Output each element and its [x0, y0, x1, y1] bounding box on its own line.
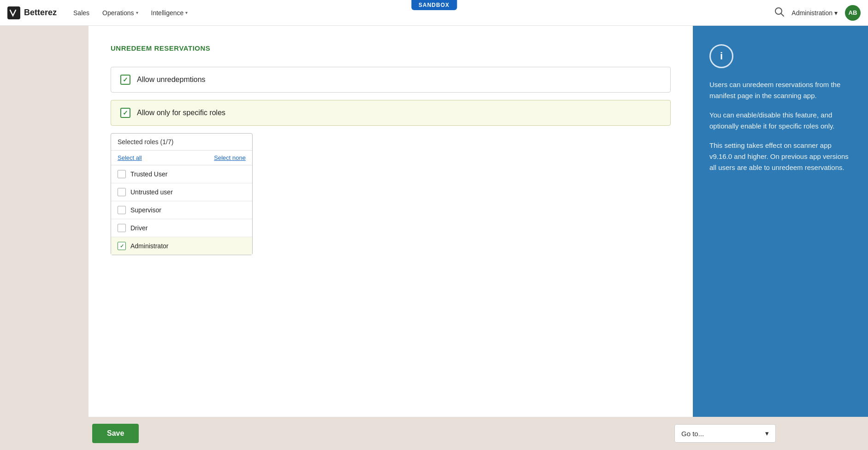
goto-dropdown[interactable]: Go to... ▾ — [674, 424, 776, 443]
role-checkbox-supervisor[interactable] — [118, 206, 126, 214]
role-label-supervisor: Supervisor — [130, 206, 161, 214]
allow-specific-roles-checkbox[interactable] — [120, 108, 130, 118]
role-checkbox-administrator[interactable] — [118, 242, 126, 250]
allow-unredepmtions-label: Allow unredepmtions — [137, 76, 206, 84]
admin-menu[interactable]: Administration ▾ — [791, 9, 838, 17]
save-button[interactable]: Save — [92, 424, 139, 443]
info-icon: i — [709, 44, 733, 68]
role-item-administrator[interactable]: Administrator — [111, 237, 252, 255]
goto-label: Go to... — [681, 430, 704, 438]
chevron-down-icon: ▾ — [834, 9, 838, 17]
selected-roles-label: Selected roles (1/7) — [118, 138, 173, 146]
main-layout: UNREDEEM RESERVATIONS Allow unredepmtion… — [0, 26, 868, 450]
chevron-down-icon: ▾ — [765, 429, 769, 438]
allow-specific-roles-label: Allow only for specific roles — [137, 109, 225, 117]
search-button[interactable] — [774, 6, 784, 19]
role-item-trusted-user[interactable]: Trusted User — [111, 165, 252, 183]
svg-line-2 — [781, 14, 784, 17]
allow-unredepmtions-row[interactable]: Allow unredepmtions — [111, 67, 671, 93]
select-none-button[interactable]: Select none — [214, 154, 246, 161]
section-title: UNREDEEM RESERVATIONS — [111, 44, 671, 52]
left-sidebar — [0, 26, 89, 450]
bottom-bar: Save Go to... ▾ — [0, 417, 868, 450]
role-label-trusted-user: Trusted User — [130, 170, 167, 178]
role-label-driver: Driver — [130, 224, 148, 232]
roles-list: Trusted User Untrusted user Supervisor D… — [111, 165, 252, 255]
chevron-down-icon: ▾ — [136, 10, 138, 15]
nav-intelligence[interactable]: Intelligence ▾ — [146, 6, 194, 20]
role-checkbox-trusted-user[interactable] — [118, 170, 126, 178]
roles-actions: Select all Select none — [111, 151, 252, 165]
logo[interactable]: Betterez — [7, 6, 57, 19]
role-checkbox-driver[interactable] — [118, 224, 126, 232]
role-item-driver[interactable]: Driver — [111, 219, 252, 237]
info-para-1: Users can unredeem reservations from the… — [709, 79, 851, 101]
roles-list-wrapper: Trusted User Untrusted user Supervisor D… — [111, 165, 252, 255]
roles-header: Selected roles (1/7) — [111, 134, 252, 151]
avatar[interactable]: AB — [845, 5, 861, 21]
allow-specific-roles-row[interactable]: Allow only for specific roles — [111, 100, 671, 126]
content-area: UNREDEEM RESERVATIONS Allow unredepmtion… — [89, 26, 693, 450]
role-label-administrator: Administrator — [130, 242, 168, 250]
role-checkbox-untrusted-user[interactable] — [118, 188, 126, 196]
navbar-right: Administration ▾ AB — [774, 5, 861, 21]
info-para-2: You can enable/disable this feature, and… — [709, 110, 851, 132]
role-label-untrusted-user: Untrusted user — [130, 188, 173, 196]
nav-sales[interactable]: Sales — [68, 6, 95, 20]
role-item-supervisor[interactable]: Supervisor — [111, 201, 252, 219]
role-item-untrusted-user[interactable]: Untrusted user — [111, 183, 252, 201]
allow-unredepmtions-checkbox[interactable] — [120, 75, 130, 85]
chevron-down-icon: ▾ — [185, 10, 188, 15]
info-panel: i Users can unredeem reservations from t… — [693, 26, 868, 450]
select-all-button[interactable]: Select all — [118, 154, 142, 161]
search-icon — [774, 6, 784, 17]
sandbox-badge: SANDBOX — [411, 0, 457, 10]
roles-container: Selected roles (1/7) Select all Select n… — [111, 133, 253, 255]
navbar: Betterez Sales Operations ▾ Intelligence… — [0, 0, 868, 26]
nav-operations[interactable]: Operations ▾ — [97, 6, 143, 20]
info-para-3: This setting takes effect on scanner app… — [709, 140, 851, 173]
logo-icon — [7, 6, 20, 19]
